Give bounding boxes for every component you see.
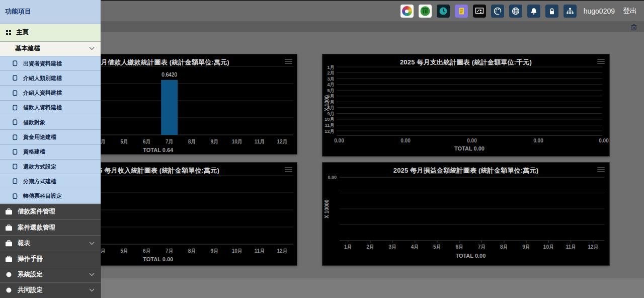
sidebar-item-label: 系統設定 [18,270,43,279]
sidebar-item-basic-6[interactable]: 資格建檔 [0,145,101,160]
sidebar-item-basic-8[interactable]: 分期方式建檔 [0,174,101,189]
bell-glyph [529,6,539,16]
sidebar-item-label: 介紹人資料建檔 [23,89,62,97]
svg-text:5月: 5月 [120,139,128,144]
svg-text:TOTAL 0.00: TOTAL 0.00 [455,253,486,259]
sidebar-item-label: 案件還款管理 [18,224,55,232]
palette-icon[interactable] [491,5,504,18]
svg-text:4月: 4月 [411,244,419,250]
grid-icon [6,30,11,35]
trash-glyph [630,23,637,31]
svg-text:11月: 11月 [566,244,576,250]
sidebar-item-label: 借款案件管理 [18,207,55,216]
svg-text:12月: 12月 [277,248,287,254]
sidebar-item-basic-0[interactable]: 出資者資料建檔 [0,56,101,71]
palette-glyph [493,6,503,16]
chart-plot-profit: 0.001月2月3月4月5月6月7月8月9月10月11月12月X 10000TO… [323,163,609,265]
colorful-logo-icon[interactable] [400,5,414,18]
svg-text:3月: 3月 [389,244,397,250]
logout-button[interactable]: 登出 [623,7,637,16]
svg-text:TOTAL 0.00: TOTAL 0.00 [143,256,173,262]
sidebar-item-label: 轉傳票科目設定 [23,192,62,200]
svg-text:0.00: 0.00 [599,138,609,143]
svg-text:6月: 6月 [143,248,151,254]
sidebar-item-basic-5[interactable]: 資金用途建檔 [0,130,101,144]
sidebar-group-label: 基本建檔 [15,44,40,53]
briefcase-icon [5,240,13,247]
globe-icon[interactable] [509,5,522,18]
sidebar-item-basic-3[interactable]: 借款人資料建檔 [0,101,101,115]
svg-text:5月: 5月 [120,248,128,254]
circle-icon [5,287,13,293]
chevron-down-icon [89,47,95,50]
sidebar-group-basic[interactable]: 基本建檔 [0,42,101,56]
chart-panel-profit: 2025 每月損益金額統計圖表 (統計金額單位:萬元) 0.001月2月3月4月… [323,163,609,265]
bank-glyph [420,6,431,17]
sidebar-item-label: 介紹人類別建檔 [23,74,62,82]
sidebar-item-basic-1[interactable]: 介紹人類別建檔 [0,71,101,86]
presentation-glyph [474,6,485,16]
svg-text:9月: 9月 [211,139,219,144]
clock-icon[interactable] [437,5,450,18]
svg-text:4月: 4月 [327,82,335,87]
doc-box-icon [13,75,18,81]
username[interactable]: hugo0209 [584,7,615,15]
svg-text:12月: 12月 [588,244,598,250]
svg-text:12月: 12月 [277,139,287,144]
trash-icon[interactable] [630,23,638,31]
sidebar-item-label: 操作手冊 [18,255,43,263]
doc-box-icon [13,134,18,140]
sidebar-item-4[interactable]: 系統設定 [0,267,101,282]
sidebar-item-basic-7[interactable]: 還款方式設定 [0,160,101,174]
briefcase-icon [5,225,13,231]
svg-text:TOTAL 0.64: TOTAL 0.64 [143,147,174,153]
scroll-icon[interactable] [455,5,468,18]
doc-box-icon [13,149,18,155]
sidebar-item-label: 資格建檔 [23,148,45,156]
sidebar-item-0[interactable]: 借款案件管理 [0,204,101,219]
sidebar-item-home[interactable]: 主頁 [0,24,101,42]
doc-box-icon [13,105,18,111]
sidebar-item-basic-4[interactable]: 借款對象 [0,115,101,130]
svg-text:3月: 3月 [327,76,335,82]
sidebar-item-label: 資金用途建檔 [23,133,56,141]
sidebar-item-label: 共同設定 [18,286,43,294]
sidebar-item-2[interactable]: 報表 [0,235,101,251]
logo-wheel [402,6,412,16]
sidebar-item-3[interactable]: 操作手冊 [0,251,101,266]
sidebar-item-label: 出資者資料建檔 [23,60,62,67]
briefcase-icon [5,256,13,262]
sidebar-item-5[interactable]: 共同設定 [0,282,101,298]
doc-box-icon [13,119,18,125]
sidebar-item-1[interactable]: 案件還款管理 [0,219,101,235]
green-bank-icon[interactable] [419,5,432,18]
svg-text:0.6420: 0.6420 [162,72,177,78]
chart-panel-expense: 2025 每月支出統計圖表 (統計金額單位:千元) 1月2月3月4月5月6月7月… [323,54,609,156]
svg-text:10月: 10月 [232,139,243,144]
sidebar-item-basic-2[interactable]: 介紹人資料建檔 [0,86,101,100]
svg-text:0.00: 0.00 [400,138,411,143]
lock-icon[interactable] [545,5,558,18]
sitemap-icon[interactable] [564,5,577,18]
svg-text:10月: 10月 [232,248,243,254]
chevron-down-icon [89,288,95,292]
svg-text:6月: 6月 [143,139,151,144]
svg-text:11月: 11月 [255,248,265,254]
svg-text:1月: 1月 [344,244,352,250]
sidebar-title: 功能項目 [0,0,101,24]
presentation-icon[interactable] [473,5,486,18]
svg-text:11月: 11月 [255,139,265,144]
svg-text:6月: 6月 [455,244,463,250]
sidebar-item-label: 主頁 [16,28,29,37]
chevron-down-icon [89,273,95,276]
bell-icon[interactable] [527,5,540,18]
sidebar-sub-items: 出資者資料建檔介紹人類別建檔介紹人資料建檔借款人資料建檔借款對象資金用途建檔資格… [0,56,101,204]
svg-text:5月: 5月 [433,244,441,250]
svg-text:8月: 8月 [500,244,508,250]
svg-text:8月: 8月 [188,139,196,144]
sidebar-item-label: 報表 [18,239,30,248]
sidebar-item-basic-9[interactable]: 轉傳票科目設定 [0,189,101,204]
doc-box-icon [13,90,18,96]
globe-glyph [511,6,521,16]
chart-plot-expense: 1月2月3月4月5月6月7月8月9月10月11月12月0.000.000.000… [323,54,609,156]
